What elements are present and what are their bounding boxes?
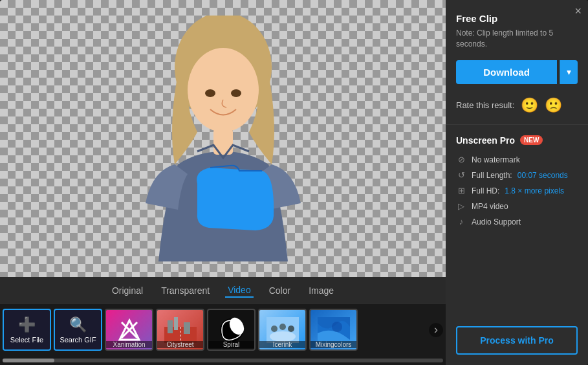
unscreen-pro-label: Unscreen Pro xyxy=(456,135,515,146)
unscreen-pro-section: Unscreen Pro NEW ⊘ No watermark ↺ Full L… xyxy=(446,125,588,365)
xanimation-label: Xanimation xyxy=(106,341,152,348)
feature-full-hd: ⊞ Full HD: 1.8 × more pixels xyxy=(456,186,578,196)
tab-video[interactable]: Video xyxy=(225,283,254,298)
thumb-citystreet[interactable]: Citystreet xyxy=(156,309,204,351)
rate-row: Rate this result: 🙂 🙁 xyxy=(456,97,578,114)
svg-point-2 xyxy=(205,89,215,97)
search-gif-label: Search GIF xyxy=(60,336,96,344)
feature-full-length-highlight: 00:07 seconds xyxy=(517,171,568,180)
tab-image[interactable]: Image xyxy=(306,284,336,297)
right-panel: × Free Clip Note: Clip length limited to… xyxy=(446,0,588,365)
scrollbar-area xyxy=(0,356,446,365)
thumb-xanimation[interactable]: Xanimation xyxy=(105,309,153,351)
audio-icon: ♪ xyxy=(456,217,466,227)
spiral-icon xyxy=(219,317,245,343)
feature-full-length-text: Full Length: xyxy=(472,171,512,180)
free-clip-title: Free Clip xyxy=(456,13,578,24)
feature-mp4: ▷ MP4 video xyxy=(456,201,578,212)
feature-no-watermark: ⊘ No watermark xyxy=(456,155,578,165)
tabs-bar: Original Transparent Video Color Image xyxy=(0,277,446,304)
feature-audio-text: Audio Support xyxy=(472,217,521,227)
preview-image xyxy=(113,16,333,261)
next-thumbnails-button[interactable]: › xyxy=(429,323,443,337)
scrollbar-track[interactable] xyxy=(3,359,443,362)
svg-point-19 xyxy=(288,326,294,332)
free-clip-note: Note: Clip length limited to 5 seconds. xyxy=(456,28,578,50)
plus-circle-icon: ➕ xyxy=(18,316,36,333)
tab-transparent[interactable]: Transparent xyxy=(158,284,212,297)
svg-rect-10 xyxy=(168,320,173,333)
download-button[interactable]: Download xyxy=(456,60,557,84)
feature-full-hd-text: Full HD: xyxy=(472,186,499,195)
new-badge: NEW xyxy=(520,135,543,145)
left-panel: Original Transparent Video Color Image ➕… xyxy=(0,0,446,365)
scrollbar-thumb[interactable] xyxy=(3,359,54,362)
unscreen-pro-header: Unscreen Pro NEW xyxy=(456,135,578,146)
download-row: Download ▾ xyxy=(456,60,578,84)
download-dropdown-button[interactable]: ▾ xyxy=(560,60,578,84)
mixingcolors-label: Mixingcolors xyxy=(310,341,356,348)
rate-happy-button[interactable]: 🙂 xyxy=(521,97,538,114)
svg-point-3 xyxy=(231,89,241,97)
rate-sad-button[interactable]: 🙁 xyxy=(545,97,562,114)
feature-no-watermark-text: No watermark xyxy=(472,155,520,164)
tab-color[interactable]: Color xyxy=(267,284,293,297)
tab-original[interactable]: Original xyxy=(109,284,146,297)
modal: Original Transparent Video Color Image ➕… xyxy=(0,0,588,365)
preview-area xyxy=(0,0,446,277)
icerink-icon xyxy=(267,317,299,343)
svg-point-16 xyxy=(270,331,296,342)
svg-rect-11 xyxy=(174,317,178,330)
rate-label: Rate this result: xyxy=(456,100,514,110)
no-watermark-icon: ⊘ xyxy=(456,155,466,165)
thumb-icerink[interactable]: Icerink xyxy=(258,309,307,351)
process-pro-button[interactable]: Process with Pro xyxy=(456,326,578,355)
full-length-icon: ↺ xyxy=(456,170,466,181)
svg-point-18 xyxy=(279,324,286,330)
xanimation-icon xyxy=(116,317,142,343)
feature-full-hd-highlight: 1.8 × more pixels xyxy=(505,186,564,195)
mp4-icon: ▷ xyxy=(456,201,466,212)
citystreet-icon xyxy=(164,317,197,343)
full-hd-icon: ⊞ xyxy=(456,186,466,196)
search-icon: 🔍 xyxy=(69,316,87,333)
feature-audio: ♪ Audio Support xyxy=(456,217,578,227)
select-file-label: Select File xyxy=(10,336,43,344)
thumb-mixingcolors[interactable]: Mixingcolors xyxy=(309,309,358,351)
citystreet-label: Citystreet xyxy=(157,341,203,348)
svg-point-1 xyxy=(188,48,259,132)
free-clip-section: Free Clip Note: Clip length limited to 5… xyxy=(446,0,588,125)
feature-mp4-text: MP4 video xyxy=(472,202,508,211)
spiral-label: Spiral xyxy=(208,341,254,348)
pro-features-list: ⊘ No watermark ↺ Full Length: 00:07 seco… xyxy=(456,155,578,316)
icerink-label: Icerink xyxy=(259,341,305,348)
feature-full-length: ↺ Full Length: 00:07 seconds xyxy=(456,170,578,181)
mixingcolors-icon xyxy=(318,317,350,343)
thumb-spiral[interactable]: Spiral xyxy=(207,309,256,351)
close-button[interactable]: × xyxy=(574,5,582,17)
thumbnails-bar: ➕ Select File 🔍 Search GIF Xanimation xyxy=(0,304,446,356)
svg-point-21 xyxy=(332,322,342,332)
select-file-button[interactable]: ➕ Select File xyxy=(3,309,51,351)
svg-point-17 xyxy=(271,326,278,332)
search-gif-button[interactable]: 🔍 Search GIF xyxy=(54,309,102,351)
svg-rect-4 xyxy=(213,129,233,155)
svg-rect-12 xyxy=(184,322,190,334)
